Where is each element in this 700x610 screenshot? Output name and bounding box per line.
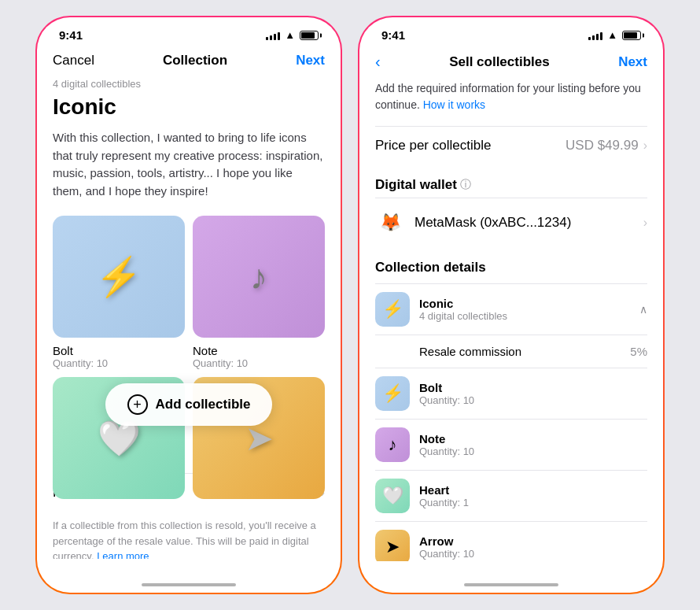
price-row[interactable]: Price per collectible USD $49.99 › [375, 126, 647, 165]
home-indicator-right [464, 583, 558, 586]
status-bar-right: 9:41 ▲ [359, 17, 663, 46]
home-indicator-left [142, 583, 236, 586]
left-content: 4 digital collectibles Iconic With this … [37, 78, 341, 559]
item-bolt: ⚡ Bolt Quantity: 10 [375, 368, 647, 419]
note-thumb-icon: ♪ [389, 434, 397, 455]
arrow-thumb-icon: ➤ [385, 537, 400, 557]
bolt-name: Bolt [53, 344, 185, 357]
arrow-item-name: Arrow [419, 534, 647, 548]
note-info: Note Quantity: 10 [419, 432, 647, 457]
battery-icon-right [622, 31, 641, 40]
right-content: Add the required information for your li… [359, 80, 663, 561]
resale-commission-value: 5% [630, 345, 647, 358]
resale-commission-row: Resale commission 5% [375, 335, 647, 368]
wifi-icon-right: ▲ [607, 29, 617, 41]
heart-thumb-icon: 🤍 [382, 486, 403, 506]
item-heart: 🤍 Heart Quantity: 1 [375, 470, 647, 521]
signal-icon-right [588, 31, 602, 40]
price-label: Price per collectible [375, 138, 491, 153]
bolt-thumb-icon: ⚡ [382, 383, 403, 404]
wallet-row[interactable]: 🦊 MetaMask (0xABC...1234) › [375, 198, 647, 247]
wallet-chevron-icon: › [643, 216, 647, 230]
bolt-thumb: ⚡ [375, 376, 410, 411]
back-button[interactable]: ‹ [375, 53, 381, 71]
note-qty: Quantity: 10 [193, 357, 325, 369]
collection-description: With this collection, I wanted to bring … [53, 129, 325, 200]
status-icons-left: ▲ [266, 29, 319, 41]
iconic-thumb: ⚡ [375, 292, 410, 327]
time-left: 9:41 [59, 28, 83, 42]
wallet-name: MetaMask (0xABC...1234) [414, 215, 571, 231]
cancel-button[interactable]: Cancel [53, 53, 94, 68]
collection-details-heading: Collection details [375, 247, 647, 283]
battery-icon [300, 31, 319, 40]
nav-title-left: Collection [163, 53, 227, 68]
bolt-qty: Quantity: 10 [53, 357, 185, 369]
next-button-left[interactable]: Next [296, 53, 325, 68]
left-phone: 9:41 ▲ Cancel Collection Next 4 [35, 16, 342, 594]
status-bar-left: 9:41 ▲ [37, 17, 341, 46]
heart-item-qty: Quantity: 1 [419, 497, 647, 508]
right-phone: 9:41 ▲ ‹ Sell collectibles Next [358, 16, 665, 594]
collapse-icon: ∧ [639, 303, 647, 316]
arrow-info: Arrow Quantity: 10 [419, 534, 647, 560]
collection-title: Iconic [53, 94, 325, 120]
bolt-item-name: Bolt [419, 381, 647, 394]
price-value: USD $49.99 › [566, 138, 647, 153]
info-text: Add the required information for your li… [375, 80, 647, 113]
collection-count: 4 digital collectibles [53, 78, 325, 90]
bolt-item-qty: Quantity: 10 [419, 394, 647, 406]
wallet-heading-row: Digital wallet ⓘ [375, 165, 647, 198]
collectible-image-note: ♪ [193, 216, 325, 338]
next-button-right[interactable]: Next [618, 54, 647, 70]
item-arrow: ➤ Arrow Quantity: 10 [375, 521, 647, 561]
price-amount: USD $49.99 [566, 138, 639, 153]
item-note: ♪ Note Quantity: 10 [375, 419, 647, 470]
iconic-info: Iconic 4 digital collectibles [419, 297, 630, 322]
add-collectible-label: Add collectible [156, 397, 251, 412]
price-chevron-icon: › [643, 139, 647, 153]
wifi-icon: ▲ [285, 29, 295, 41]
arrow-item-qty: Quantity: 10 [419, 548, 647, 560]
resale-note: If a collectible from this collection is… [53, 512, 325, 559]
nav-bar-left: Cancel Collection Next [37, 46, 341, 78]
heart-info: Heart Quantity: 1 [419, 483, 647, 508]
add-collectible-container: + Add collectible [53, 383, 325, 442]
learn-more-link[interactable]: Learn more [97, 550, 149, 559]
resale-commission-label: Resale commission [419, 345, 521, 358]
add-circle-icon: + [127, 394, 148, 415]
bolt-icon: ⚡ [95, 255, 142, 299]
metamask-icon: 🦊 [375, 208, 405, 238]
arrow-thumb: ➤ [375, 530, 410, 561]
time-right: 9:41 [381, 28, 405, 42]
collectible-bolt: ⚡ Bolt Quantity: 10 [53, 216, 185, 369]
signal-icon [266, 31, 280, 40]
how-it-works-link[interactable]: How it works [423, 98, 485, 111]
heart-thumb: 🤍 [375, 479, 410, 513]
iconic-count: 4 digital collectibles [419, 310, 630, 322]
note-name: Note [193, 344, 325, 357]
nav-bar-right: ‹ Sell collectibles Next [359, 46, 663, 80]
wallet-left: 🦊 MetaMask (0xABC...1234) [375, 208, 571, 238]
note-thumb: ♪ [375, 427, 410, 462]
iconic-thumb-icon: ⚡ [382, 299, 403, 320]
collectible-note: ♪ Note Quantity: 10 [193, 216, 325, 369]
iconic-name: Iconic [419, 297, 630, 310]
info-circle-icon: ⓘ [460, 178, 471, 192]
note-item-name: Note [419, 432, 647, 445]
wallet-heading: Digital wallet [375, 177, 457, 193]
bolt-info: Bolt Quantity: 10 [419, 381, 647, 406]
status-icons-right: ▲ [588, 29, 641, 41]
note-icon: ♪ [250, 257, 267, 297]
nav-title-right: Sell collectibles [449, 54, 550, 70]
collectible-image-bolt: ⚡ [53, 216, 185, 338]
heart-item-name: Heart [419, 483, 647, 497]
collection-item-iconic[interactable]: ⚡ Iconic 4 digital collectibles ∧ [375, 283, 647, 335]
note-item-qty: Quantity: 10 [419, 445, 647, 457]
add-collectible-button[interactable]: + Add collectible [105, 383, 273, 426]
